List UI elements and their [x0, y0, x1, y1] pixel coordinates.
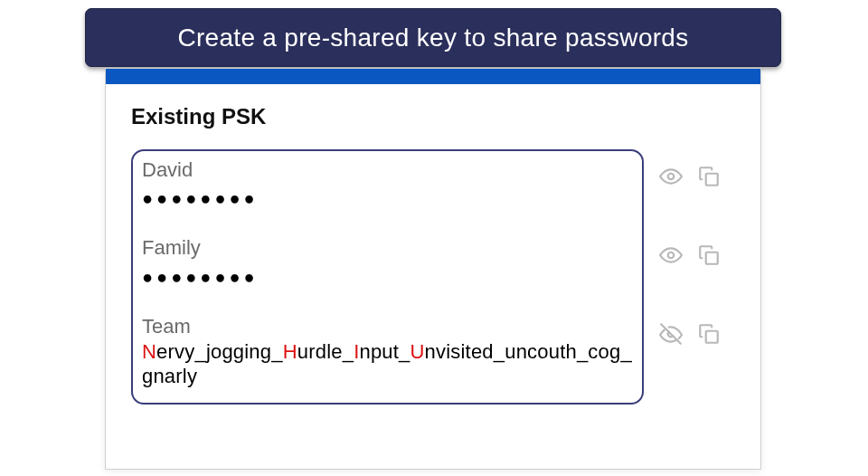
svg-point-2: [668, 252, 675, 259]
psk-entry-david: David ●●●●●●●●: [142, 155, 633, 233]
controls-column: [644, 149, 735, 386]
panel-body: Existing PSK David ●●●●●●●● Family ●●●●●…: [106, 84, 760, 414]
toggle-visibility-button[interactable]: [658, 164, 684, 189]
psk-text-segment: ervy_jogging_: [156, 340, 283, 363]
control-row: [658, 149, 735, 204]
svg-rect-1: [706, 174, 718, 186]
toggle-visibility-button[interactable]: [658, 243, 684, 268]
eye-off-icon: [659, 322, 683, 346]
header-title: Create a pre-shared key to share passwor…: [177, 24, 688, 52]
psk-label: Family: [142, 236, 633, 260]
copy-button[interactable]: [696, 164, 722, 189]
psk-highlight-char: H: [283, 340, 297, 363]
copy-button[interactable]: [696, 321, 722, 347]
psk-masked-value: ●●●●●●●●: [142, 262, 633, 291]
control-row: [658, 228, 735, 282]
svg-rect-5: [706, 331, 718, 343]
psk-label: David: [142, 158, 633, 182]
panel-topbar: [106, 69, 760, 84]
psk-panel: Existing PSK David ●●●●●●●● Family ●●●●●…: [105, 68, 761, 470]
copy-icon: [697, 322, 721, 346]
section-heading: Existing PSK: [131, 104, 735, 129]
psk-list: David ●●●●●●●● Family ●●●●●●●● Team Nerv…: [131, 149, 644, 405]
svg-point-0: [668, 174, 675, 180]
eye-icon: [659, 165, 683, 188]
copy-icon: [697, 243, 721, 267]
psk-label: Team: [142, 315, 633, 338]
psk-masked-value: ●●●●●●●●: [142, 184, 633, 213]
psk-highlight-char: U: [410, 340, 425, 363]
svg-rect-3: [706, 252, 718, 264]
toggle-visibility-button[interactable]: [658, 321, 684, 347]
psk-entry-family: Family ●●●●●●●●: [142, 233, 633, 310]
psk-text-segment: nput_: [359, 340, 410, 363]
eye-icon: [659, 243, 683, 267]
psk-entry-team: Team Nervy_jogging_Hurdle_Input_Unvisite…: [142, 311, 633, 392]
psk-highlight-char: N: [142, 340, 156, 363]
psk-text-segment: urdle_: [297, 340, 354, 363]
control-row: [658, 307, 735, 361]
copy-icon: [697, 165, 721, 188]
copy-button[interactable]: [696, 243, 722, 268]
header-banner: Create a pre-shared key to share passwor…: [85, 8, 781, 67]
psk-area: David ●●●●●●●● Family ●●●●●●●● Team Nerv…: [131, 149, 735, 405]
psk-plain-value: Nervy_jogging_Hurdle_Input_Unvisited_unc…: [142, 340, 633, 388]
